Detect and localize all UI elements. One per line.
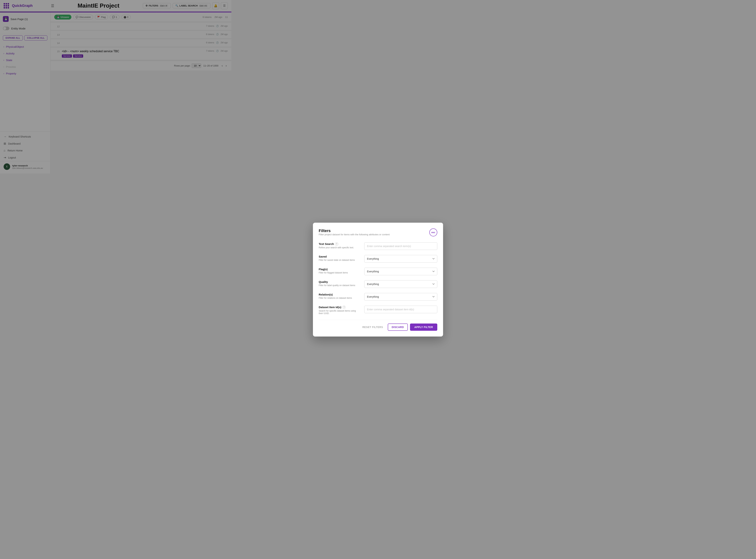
modal-overlay[interactable]: Filters Filter project dataset for items… (0, 0, 231, 174)
